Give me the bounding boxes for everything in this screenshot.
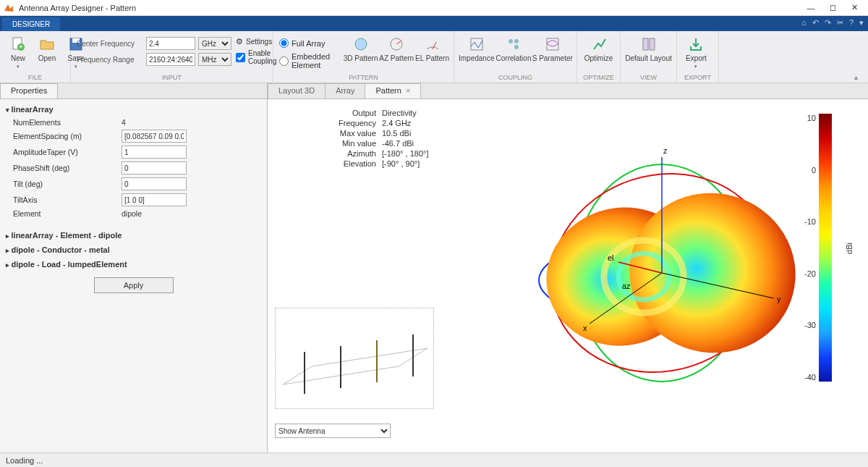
info-key: Min value (326, 138, 376, 148)
group-lineararray[interactable]: linearArray (6, 102, 261, 117)
minimize-button[interactable]: — (800, 1, 822, 15)
embedded-radio[interactable]: Embedded Element (279, 52, 341, 70)
export-button[interactable]: Export▾ (683, 34, 710, 71)
freq-range-label: Frequency Range (77, 56, 143, 64)
prop-input[interactable] (122, 193, 187, 206)
tab-properties[interactable]: Properties (0, 83, 58, 98)
correlation-button[interactable]: Correlation (497, 34, 529, 64)
plot-area[interactable]: OutputDirectivityFrequency2.4 GHzMax val… (268, 99, 868, 453)
prop-row: Elementdipole (6, 208, 261, 219)
matlab-logo-icon (3, 2, 14, 14)
prop-name: NumElements (13, 118, 122, 127)
prop-row: Tilt (deg) (6, 176, 261, 192)
open-icon (38, 35, 56, 53)
prop-input[interactable] (122, 177, 187, 190)
prop-name: ElementSpacing (m) (13, 132, 122, 140)
properties-panel: Properties linearArray NumElements4Eleme… (0, 83, 268, 453)
figure-tab[interactable]: Array (325, 83, 365, 98)
enable-coupling-checkbox[interactable] (236, 53, 245, 62)
impedance-button[interactable]: Impedance (460, 34, 493, 64)
figure-tab[interactable]: Pattern× (365, 83, 421, 98)
center-freq-input[interactable] (146, 37, 195, 50)
pattern-3d-plot[interactable]: z x y el az (506, 128, 817, 389)
colorbar-tick: -20 (804, 269, 816, 278)
az-icon (388, 35, 405, 53)
colorbar-tick: 0 (812, 166, 816, 174)
group-label-coupling: COUPLING (460, 72, 571, 81)
info-key: Max value (326, 128, 376, 138)
svg-rect-12 (643, 38, 648, 50)
optimize-icon (590, 35, 608, 53)
pattern3d-icon (352, 35, 370, 53)
az-pattern-button[interactable]: AZ Pattern (380, 34, 412, 64)
center-freq-unit[interactable]: GHz (198, 37, 231, 50)
correlation-icon (505, 35, 522, 53)
full-array-radio[interactable]: Full Array (279, 38, 341, 48)
figure-tabs: Layout 3DArrayPattern× (268, 83, 868, 99)
window-title: Antenna Array Designer - Pattern (19, 4, 800, 12)
close-button[interactable]: ✕ (843, 1, 865, 15)
freq-range-unit[interactable]: MHz (198, 53, 231, 66)
3d-pattern-button[interactable]: 3D Pattern (345, 34, 377, 64)
info-val: [-180° , 180°] (382, 148, 428, 159)
figure-tab[interactable]: Layout 3D (268, 83, 326, 98)
tab-designer[interactable]: DESIGNER (2, 17, 60, 31)
status-text: Loading ... (6, 456, 43, 465)
svg-text:x: x (583, 324, 587, 332)
sparameter-button[interactable]: S Parameter (535, 34, 571, 64)
qat-icon[interactable]: ⌂ (801, 18, 807, 28)
apply-button[interactable]: Apply (94, 277, 174, 293)
group-element-dipole[interactable]: linearArray - Element - dipole (6, 228, 261, 243)
info-key: Elevation (326, 159, 376, 169)
group-load[interactable]: dipole - Load - lumpedElement (6, 257, 261, 272)
svg-point-8 (509, 39, 513, 43)
maximize-button[interactable]: ◻ (822, 1, 843, 15)
status-bar: Loading ... (0, 453, 868, 467)
prop-input[interactable] (122, 146, 187, 159)
info-val: 10.5 dBi (382, 128, 411, 138)
svg-rect-11 (547, 38, 558, 50)
info-key: Frequency (326, 118, 376, 128)
info-val: 2.4 GHz (382, 118, 411, 128)
svg-rect-13 (650, 38, 655, 50)
colorbar (819, 114, 832, 382)
group-conductor[interactable]: dipole - Conductor - metal (6, 243, 261, 257)
qat-icon[interactable]: ✂ (837, 18, 843, 28)
svg-point-10 (514, 39, 519, 43)
svg-text:+: + (19, 42, 23, 51)
new-button[interactable]: + New▾ (6, 34, 30, 71)
close-icon[interactable]: × (406, 86, 410, 95)
ribbon-tabstrip: DESIGNER ⌂ ↶ ↷ ✂ ? ▾ (0, 16, 868, 31)
figure-panel: Layout 3DArrayPattern× OutputDirectivity… (268, 83, 868, 453)
colorbar-tick: 10 (807, 114, 816, 122)
optimize-button[interactable]: Optimize (583, 34, 614, 64)
open-button[interactable]: Open (35, 34, 59, 64)
antenna-thumbnail[interactable] (275, 308, 434, 409)
colorbar-tick: -40 (804, 373, 816, 382)
qat-icon[interactable]: ▾ (859, 18, 864, 28)
prop-row: ElementSpacing (m) (6, 128, 261, 144)
settings-button[interactable]: ⚙ Settings (236, 37, 276, 46)
pattern-info: OutputDirectivityFrequency2.4 GHzMax val… (326, 108, 428, 169)
qat-icon[interactable]: ↶ (812, 18, 819, 28)
quick-access: ⌂ ↶ ↷ ✂ ? ▾ (801, 18, 864, 28)
prop-input[interactable] (122, 161, 187, 174)
freq-range-input[interactable] (146, 53, 195, 66)
show-antenna-select[interactable]: Show Antenna (275, 424, 391, 438)
default-layout-button[interactable]: Default Layout (626, 34, 671, 64)
svg-point-9 (514, 45, 519, 49)
group-label-optimize: OPTIMIZE (583, 72, 614, 81)
export-icon (687, 35, 705, 53)
new-icon: + (9, 35, 27, 53)
prop-name: Tilt (deg) (13, 180, 122, 188)
qat-icon[interactable]: ↷ (825, 18, 831, 28)
el-pattern-button[interactable]: EL Pattern (417, 34, 448, 64)
work-area: Properties linearArray NumElements4Eleme… (0, 83, 868, 453)
group-label-pattern: PATTERN (279, 72, 448, 81)
prop-name: AmplitudeTaper (V) (13, 148, 122, 156)
center-freq-label: Center Frequency (77, 40, 143, 48)
qat-help-icon[interactable]: ? (849, 18, 854, 28)
group-label-input: INPUT (77, 72, 267, 81)
prop-value: 4 (122, 118, 126, 127)
prop-input[interactable] (122, 130, 187, 143)
